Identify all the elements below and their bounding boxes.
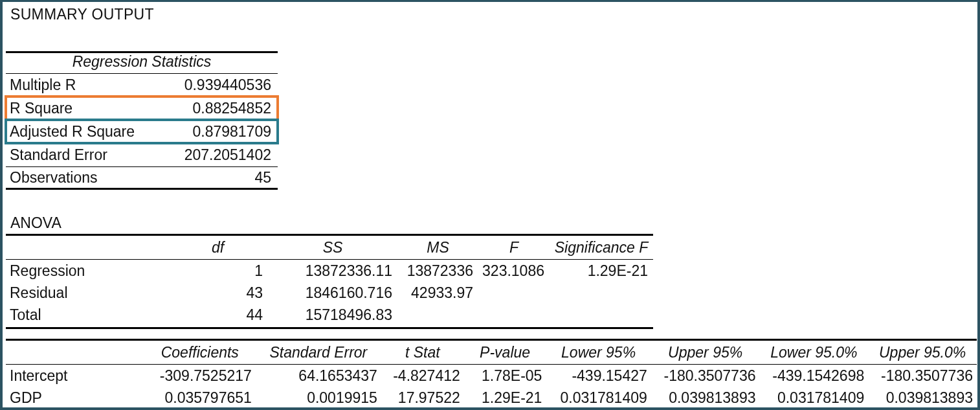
coef-hdr-se: Standard Error [256,340,381,365]
anova-cell: 1846160.716 [268,282,397,304]
regstat-value: 45 [168,169,278,187]
anova-cell [478,304,550,328]
coef-hdr-p: P-value [464,340,546,365]
coef-cell: 0.031781409 [760,387,869,410]
regression-stats-heading: Regression Statistics [6,51,278,73]
coef-cell: 17.97522 [381,387,464,410]
anova-cell: 323.1086 [478,260,550,282]
anova-hdr-f: F [478,235,550,260]
anova-cell: 43 [168,282,268,304]
anova-heading: ANOVA [10,214,61,232]
anova-cell [550,282,653,304]
anova-cell: 13872336.11 [268,260,397,282]
regstat-value: 0.939440536 [168,76,278,94]
anova-hdr-sigf: Significance F [550,235,653,260]
coef-cell: -180.3507736 [651,365,760,387]
coef-hdr-l95: Lower 95% [546,340,651,365]
coef-cell: -4.827412 [381,365,464,387]
coef-cell: 1.29E-21 [464,387,546,410]
anova-cell: 13872336 [397,260,478,282]
coef-hdr-t: t Stat [381,340,464,365]
regstat-label: Adjusted R Square [6,123,168,141]
anova-row-name: Regression [6,260,168,282]
coef-hdr-l950: Lower 95.0% [760,340,869,365]
summary-output-title: SUMMARY OUTPUT [10,6,154,23]
anova-row: Total 44 15718496.83 [6,304,653,328]
regstat-value: 0.87981709 [168,123,278,141]
regression-stats-block: Regression Statistics Multiple R 0.93944… [6,51,278,190]
anova-cell: 1.29E-21 [550,260,653,282]
anova-row-name: Residual [6,282,168,304]
coef-header-row: Coefficients Standard Error t Stat P-val… [6,340,977,365]
anova-cell: 1 [168,260,268,282]
regstat-label: Standard Error [6,146,168,164]
regstat-row-rsquare-highlight: R Square 0.88254852 [6,97,278,120]
coef-cell: 64.1653437 [256,365,381,387]
anova-table: df SS MS F Significance F Regression 1 1… [6,234,653,329]
coef-cell: 0.039813893 [868,387,977,410]
regstat-row: Multiple R 0.939440536 [6,73,278,97]
coef-cell: 0.035797651 [144,387,256,410]
anova-row: Regression 1 13872336.11 13872336 323.10… [6,260,653,282]
coef-cell: -309.7525217 [144,365,256,387]
regstat-row: Observations 45 [6,166,278,190]
coef-cell: 0.039813893 [651,387,760,410]
anova-hdr-df: df [168,235,268,260]
coef-row: GDP 0.035797651 0.0019915 17.97522 1.29E… [6,387,977,410]
coefficients-table: Coefficients Standard Error t Stat P-val… [6,339,977,410]
coef-cell: 0.0019915 [256,387,381,410]
regstat-value: 207.2051402 [168,146,278,164]
anova-cell: 42933.97 [397,282,478,304]
output-frame: SUMMARY OUTPUT Regression Statistics Mul… [0,0,980,410]
anova-cell [478,282,550,304]
regstat-value: 0.88254852 [168,100,278,117]
coef-cell: 1.78E-05 [464,365,546,387]
coef-row: Intercept -309.7525217 64.1653437 -4.827… [6,365,977,387]
coef-row-name: Intercept [6,365,144,387]
regstat-label: Observations [6,169,168,187]
regstat-row: Standard Error 207.2051402 [6,143,278,166]
coef-cell: -180.3507736 [868,365,977,387]
anova-hdr-ms: MS [397,235,478,260]
regstat-row-adjrsq-highlight: Adjusted R Square 0.87981709 [6,120,278,143]
coef-cell: 0.031781409 [546,387,651,410]
anova-header-row: df SS MS F Significance F [6,235,653,260]
coef-hdr-coef: Coefficients [144,340,256,365]
regstat-label: R Square [6,100,168,117]
anova-row-name: Total [6,304,168,328]
coef-hdr-u95: Upper 95% [651,340,760,365]
coef-cell: -439.15427 [546,365,651,387]
anova-cell [397,304,478,328]
anova-cell [550,304,653,328]
regstat-label: Multiple R [6,76,168,94]
anova-row: Residual 43 1846160.716 42933.97 [6,282,653,304]
anova-cell: 44 [168,304,268,328]
anova-hdr-ss: SS [268,235,397,260]
coef-row-name: GDP [6,387,144,410]
coef-cell: -439.1542698 [760,365,869,387]
coef-hdr-u950: Upper 95.0% [868,340,977,365]
anova-cell: 15718496.83 [268,304,397,328]
